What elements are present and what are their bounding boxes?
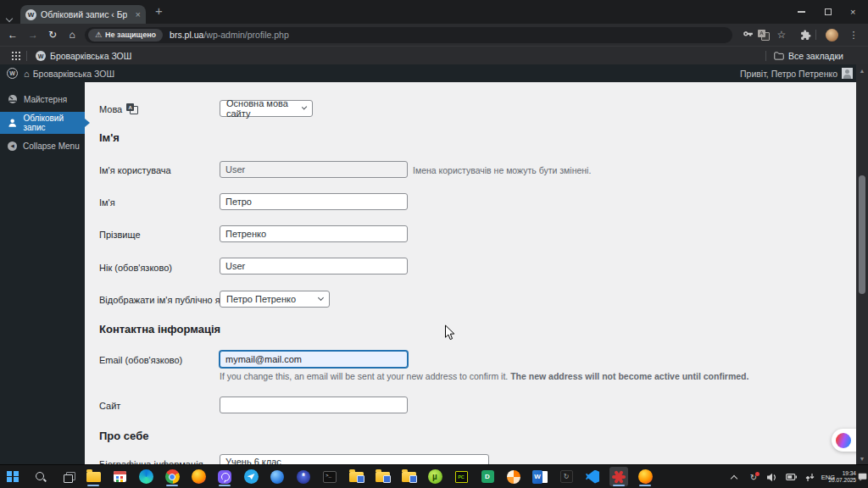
browser-tab-strip: W Обліковий запис ‹ Броварківс × + × [0, 0, 868, 24]
email-note: If you change this, an email will be sen… [220, 371, 748, 381]
window-maximize-button[interactable] [825, 0, 832, 24]
sidebar-item-label: Collapse Menu [23, 141, 80, 151]
command-prompt-icon[interactable]: >_ [320, 467, 339, 486]
bookmark-item[interactable]: W Броварківська ЗОШ [36, 47, 131, 65]
toolbar-separator [815, 30, 816, 40]
url-host: brs.pl.ua [170, 30, 203, 40]
start-button[interactable] [3, 467, 22, 486]
display-name-select-value: Петро Петренко [226, 294, 296, 304]
sidebar-item-collapse-menu[interactable]: ◀ Collapse Menu [0, 135, 85, 157]
file-explorer-icon[interactable] [84, 467, 103, 486]
nickname-label: Нік (обов'язково) [99, 263, 172, 273]
browser-tab[interactable]: W Обліковий запис ‹ Броварківс × [20, 5, 146, 24]
telegram-icon[interactable] [242, 467, 260, 486]
display-name-select[interactable]: Петро Петренко [220, 291, 330, 308]
back-icon[interactable]: ← [5, 24, 20, 46]
username-note: Імена користувачів не можуть бути змінен… [413, 165, 591, 175]
forward-icon[interactable]: → [25, 24, 41, 46]
display-name-label: Відображати ім'я публічно як [99, 295, 224, 305]
collapse-arrow-icon: ◀ [8, 141, 17, 151]
tray-clock[interactable]: 19:34 20.07.2025 [828, 465, 856, 488]
apps-grid-icon[interactable] [12, 52, 21, 61]
tray-network-icon[interactable] [802, 465, 817, 488]
folder-shortcut-3-icon[interactable] [399, 467, 418, 486]
url-path: /wp-admin/profile.php [203, 30, 288, 40]
red-star-app-icon[interactable] [609, 467, 628, 486]
home-icon[interactable]: ⌂ [64, 24, 80, 46]
chevron-down-icon [318, 295, 324, 301]
bookmark-star-icon[interactable]: ☆ [774, 24, 789, 46]
bookmarks-separator [26, 51, 27, 61]
all-bookmarks-label: Все закладки [788, 51, 843, 61]
folder-icon [774, 52, 784, 60]
password-key-icon[interactable] [740, 24, 755, 46]
purple-sphere-app-icon[interactable]: * [294, 467, 313, 486]
username-input[interactable] [220, 161, 408, 178]
compass-browser-icon[interactable] [504, 467, 523, 486]
task-view-icon[interactable] [59, 467, 78, 486]
tab-close-icon[interactable]: × [136, 9, 141, 19]
security-chip[interactable]: ⚠ Не защищено [88, 29, 163, 42]
search-icon[interactable] [31, 467, 50, 486]
home-icon: ⌂ [24, 69, 30, 79]
scroll-up-icon[interactable]: ▲ [856, 68, 868, 74]
browser-menu-icon[interactable]: ⋮ [846, 24, 861, 46]
sidebar-item-label: Майстерня [24, 95, 67, 104]
folder-shortcut-2-icon[interactable] [373, 467, 392, 486]
pc-utility-icon[interactable]: PC [452, 467, 470, 486]
firefox-secondary-icon[interactable] [636, 467, 654, 486]
new-tab-button[interactable]: + [155, 3, 163, 18]
wordpress-favicon-icon: W [25, 9, 36, 20]
website-input[interactable] [220, 396, 408, 413]
lastname-label: Прізвище [99, 230, 141, 240]
tray-hidden-icons-chevron[interactable] [727, 465, 741, 488]
warning-icon: ⚠ [95, 30, 102, 39]
d-green-app-icon[interactable]: D [478, 467, 497, 486]
tray-volume-icon[interactable] [765, 465, 780, 488]
tray-notifications-icon[interactable] [856, 465, 868, 488]
sidebar-item-dashboard[interactable]: Майстерня [0, 88, 85, 110]
vscode-icon[interactable] [583, 467, 602, 486]
profile-avatar[interactable] [824, 24, 839, 46]
bookmarks-bar: W Броварківська ЗОШ Все закладки [0, 46, 868, 64]
address-bar[interactable]: ⚠ Не защищено brs.pl.ua/wp-admin/profile… [85, 27, 732, 43]
all-bookmarks-button[interactable]: Все закладки [774, 47, 843, 65]
admin-bar-site-link[interactable]: ⌂ Броварківська ЗОШ [24, 69, 114, 79]
microsoft-store-icon[interactable] [110, 467, 129, 486]
lastname-input[interactable] [220, 225, 408, 242]
tray-battery-icon[interactable] [783, 465, 798, 488]
section-heading-contact: Контактна інформація [99, 323, 220, 336]
firstname-input[interactable] [220, 193, 408, 210]
language-select[interactable]: Основна мова сайту [220, 100, 313, 117]
utorrent-icon[interactable]: µ [426, 467, 444, 486]
reload-icon[interactable]: ↻ [45, 24, 60, 46]
edge-icon[interactable] [136, 467, 155, 486]
scrollbar-thumb[interactable] [859, 175, 865, 294]
word-icon[interactable]: W [531, 467, 549, 486]
folder-shortcut-1-icon[interactable] [347, 467, 365, 486]
wordpress-logo-icon[interactable]: W [7, 68, 18, 79]
extensions-icon[interactable] [798, 24, 813, 46]
email-label: Email (обов'язково) [99, 355, 182, 365]
window-close-button[interactable]: × [850, 0, 855, 24]
tab-search-chevron-icon[interactable] [7, 9, 14, 16]
email-input[interactable] [220, 351, 408, 368]
chrome-icon[interactable] [163, 467, 181, 486]
viber-icon[interactable] [215, 467, 234, 486]
window-minimize-button[interactable] [798, 0, 805, 24]
sidebar-item-profile[interactable]: Обліковий запис [0, 112, 85, 134]
page-scrollbar[interactable]: ▲ ▼ [856, 64, 868, 464]
scroll-down-icon[interactable]: ▼ [856, 456, 868, 462]
dark-utility-icon[interactable]: ↻ [557, 467, 576, 486]
firefox-icon[interactable] [189, 467, 208, 486]
security-chip-label: Не защищено [105, 30, 156, 39]
bookmarks-separator-right [765, 51, 766, 61]
tray-sync-icon[interactable]: ↻ [746, 465, 761, 488]
nickname-input[interactable] [220, 258, 408, 274]
blue-sphere-app-icon[interactable] [268, 467, 287, 486]
admin-bar-account-menu[interactable]: Привіт, Петро Петренко [740, 64, 853, 82]
tray-date: 20.07.2025 [828, 477, 856, 484]
translate-icon[interactable]: A [756, 24, 771, 46]
sidebar-item-label: Обліковий запис [23, 114, 85, 132]
section-heading-about: Про себе [99, 430, 148, 442]
